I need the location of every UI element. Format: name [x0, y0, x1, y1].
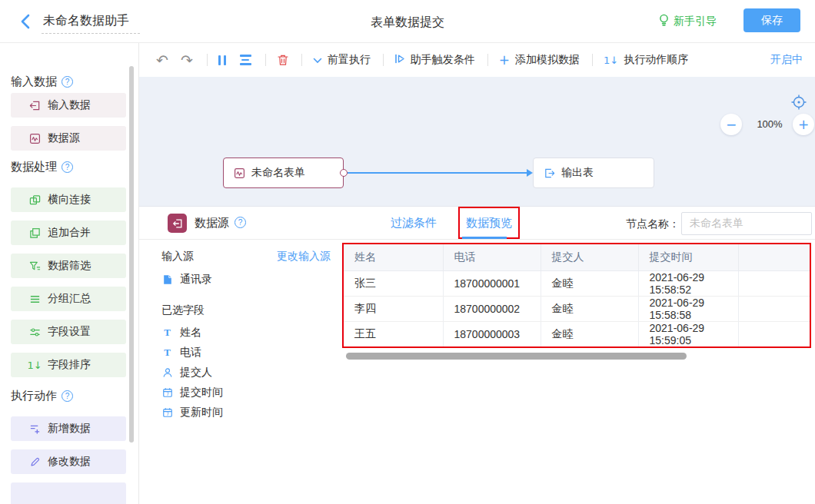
field-item-submit-time[interactable]: 7 提交时间: [161, 386, 223, 400]
cell: 18700000001: [443, 270, 541, 296]
pre-execution-button[interactable]: 前置执行: [313, 53, 371, 67]
person-icon: [161, 367, 173, 379]
plus-icon: +: [499, 54, 510, 67]
field-label: 电话: [180, 346, 201, 360]
toolbar-divider: [265, 54, 266, 66]
sidebar-item-horizontal-join[interactable]: 横向连接: [11, 187, 126, 212]
toolbar-divider: [487, 54, 488, 66]
canvas-toolbar: ↶ ↷ 前置执行 助手触发条件 + 添加模拟数据 1↓: [139, 43, 815, 77]
align-vertical-icon[interactable]: [218, 55, 226, 65]
annotation-box-tab: 数据预览: [458, 207, 520, 239]
field-item-phone[interactable]: T 电话: [161, 346, 201, 360]
sidebar-item-field-settings[interactable]: 字段设置: [11, 320, 126, 344]
sidebar-item-append-merge[interactable]: 追加合并: [11, 220, 126, 245]
field-label: 更新时间: [180, 406, 223, 419]
field-item-name[interactable]: T 姓名: [161, 326, 201, 340]
sidebar-item-label: 新增数据: [48, 422, 91, 436]
change-input-source-link[interactable]: 更改输入源: [277, 250, 331, 264]
delete-trash-icon[interactable]: [277, 54, 289, 66]
help-icon[interactable]: ?: [62, 390, 73, 402]
node-name-input[interactable]: [681, 212, 812, 235]
field-label: 提交人: [180, 366, 212, 380]
output-table-node[interactable]: 输出表: [533, 158, 654, 188]
cell: 18700000003: [443, 321, 541, 346]
connector-dot[interactable]: [340, 169, 348, 177]
table-horizontal-scrollbar[interactable]: [346, 353, 687, 360]
source-item-contacts[interactable]: 通讯录: [161, 273, 212, 287]
sliders-icon: [28, 326, 41, 338]
import-icon: [28, 99, 41, 111]
help-icon[interactable]: ?: [235, 217, 246, 228]
sidebar-item-group-summary[interactable]: 分组汇总: [11, 287, 126, 311]
sidebar-item-label: 追加合并: [48, 226, 91, 240]
filter-funnel-icon: [28, 260, 41, 272]
cell: 2021-06-29 15:59:05: [638, 321, 738, 346]
sidebar-item-label: 字段排序: [48, 358, 91, 372]
sidebar-item-field-sort[interactable]: 1↓ 字段排序: [11, 353, 126, 377]
sidebar-item-data-filter[interactable]: 数据筛选: [11, 254, 126, 278]
zoom-out-button[interactable]: −: [720, 114, 742, 135]
cell: 18700000002: [443, 296, 541, 321]
flow-arrow-head: [527, 169, 533, 177]
field-item-submitter[interactable]: 提交人: [161, 366, 212, 380]
output-node-label: 输出表: [561, 166, 594, 180]
cell: 金睦: [541, 270, 638, 296]
cell: 金睦: [541, 296, 638, 321]
flow-canvas[interactable]: 未命名表单 输出表 − 100% +: [139, 77, 815, 206]
sort-icon: 1↓: [28, 359, 41, 371]
sidebar-item-partial[interactable]: [11, 482, 126, 504]
data-preview-table: 姓名 电话 提交人 提交时间 张三 18700000001 金睦 2021-0: [344, 244, 810, 346]
waveform-icon: [233, 167, 245, 179]
export-icon: [543, 167, 555, 179]
play-trigger-icon: [394, 54, 405, 66]
tab-filter-condition[interactable]: 过滤条件: [391, 216, 437, 230]
help-icon[interactable]: ?: [62, 161, 73, 173]
edit-pencil-icon: [28, 456, 41, 468]
node-name-label: 节点名称：: [626, 217, 680, 231]
sidebar-item-add-data[interactable]: 新增数据: [11, 416, 126, 441]
guide-label: 新手引导: [674, 15, 717, 28]
section-input-data: 输入数据 ?: [11, 74, 138, 89]
save-button[interactable]: 保存: [743, 8, 800, 32]
col-header-stub: [738, 244, 810, 270]
pre-execution-label: 前置执行: [328, 53, 371, 67]
cell: 王五: [344, 321, 443, 346]
main-area: ↶ ↷ 前置执行 助手触发条件 + 添加模拟数据 1↓: [139, 43, 815, 504]
cell-stub: [738, 270, 810, 296]
zoom-in-button[interactable]: +: [793, 114, 814, 135]
help-icon[interactable]: ?: [62, 76, 73, 88]
field-item-update-time[interactable]: 7 更新时间: [161, 406, 223, 419]
sidebar-scrollbar[interactable]: [129, 66, 134, 443]
sidebar-item-modify-data[interactable]: 修改数据: [11, 449, 126, 474]
toolbar-divider: [301, 54, 302, 66]
sidebar-item-data-source[interactable]: 数据源: [11, 126, 126, 151]
status-toggle[interactable]: 开启中: [770, 53, 803, 67]
col-header: 姓名: [344, 244, 443, 270]
sidebar-item-label: 横向连接: [48, 193, 91, 207]
panel-body: 输入源 更改输入源 通讯录 已选字段 T 姓名 T 电话 提: [139, 240, 815, 504]
waveform-icon: [28, 132, 41, 144]
table-header-row: 姓名 电话 提交人 提交时间: [344, 244, 810, 270]
table-row: 李四 18700000002 金睦 2021-06-29 15:58:58: [344, 296, 810, 321]
text-type-icon: T: [161, 347, 173, 359]
document-icon: [161, 274, 173, 286]
beginner-guide-link[interactable]: 新手引导: [658, 14, 717, 29]
redo-icon[interactable]: ↷: [181, 53, 193, 68]
tab-data-preview[interactable]: 数据预览: [466, 216, 512, 229]
locate-crosshair-icon[interactable]: [790, 94, 807, 113]
action-order-button[interactable]: 1↓ 执行动作顺序: [604, 53, 688, 67]
form-node[interactable]: 未命名表单: [223, 158, 344, 188]
trigger-condition-label: 助手触发条件: [411, 53, 475, 67]
align-horizontal-icon[interactable]: [240, 55, 251, 65]
source-name: 通讯录: [180, 273, 212, 287]
undo-icon[interactable]: ↶: [156, 53, 168, 68]
trigger-condition-button[interactable]: 助手触发条件: [394, 53, 475, 67]
lightbulb-icon: [658, 14, 670, 29]
sidebar-item-input-data[interactable]: 输入数据: [11, 93, 126, 118]
cell: 张三: [344, 270, 443, 296]
section-title: 执行动作: [11, 389, 57, 403]
panel-title: 数据源: [195, 216, 229, 230]
cell-stub: [738, 296, 810, 321]
section-title: 数据处理: [11, 160, 57, 174]
add-mock-data-button[interactable]: + 添加模拟数据: [499, 53, 580, 67]
